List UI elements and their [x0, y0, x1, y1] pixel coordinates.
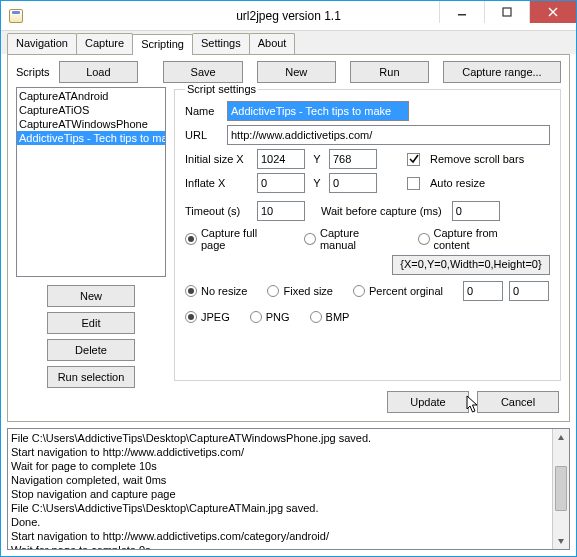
auto-resize-checkbox[interactable] [407, 177, 420, 190]
format-bmp-radio[interactable]: BMP [310, 311, 350, 323]
scroll-up-button[interactable] [553, 429, 569, 446]
percent-original-radio[interactable]: Percent orginal [353, 285, 443, 297]
capture-rect-display: {X=0,Y=0,Width=0,Height=0} [392, 255, 550, 275]
log-textarea[interactable]: File C:\Users\AddictiveTips\Desktop\Capt… [8, 429, 552, 549]
capture-range-button[interactable]: Capture range... [443, 61, 561, 83]
cancel-button[interactable]: Cancel [477, 391, 559, 413]
wait-before-input[interactable] [452, 201, 500, 221]
update-button[interactable]: Update [387, 391, 469, 413]
script-settings-legend: Script settings [185, 83, 258, 95]
log-scrollbar[interactable] [552, 429, 569, 549]
title-bar: url2jpeg version 1.1 [1, 1, 576, 31]
scroll-track[interactable] [553, 446, 569, 532]
remove-scroll-checkbox[interactable] [407, 153, 420, 166]
edit-button[interactable]: Edit [47, 312, 135, 334]
tab-scripting[interactable]: Scripting [132, 34, 193, 55]
close-button[interactable] [529, 1, 576, 23]
auto-resize-label: Auto resize [430, 177, 485, 189]
inflate-y-label: Y [311, 177, 323, 189]
maximize-button[interactable] [484, 1, 529, 23]
svg-rect-0 [458, 14, 466, 16]
svg-rect-1 [503, 8, 511, 16]
wait-before-label: Wait before capture (ms) [321, 205, 442, 217]
inflate-y-input[interactable] [329, 173, 377, 193]
list-item[interactable]: AddictiveTips - Tech tips to make you sm… [17, 131, 165, 145]
minimize-button[interactable] [439, 1, 484, 23]
scroll-thumb[interactable] [555, 466, 567, 511]
scripts-sidebar: CaptureATAndroid CaptureATiOS CaptureATW… [16, 87, 166, 388]
tab-capture[interactable]: Capture [76, 33, 133, 54]
app-icon [9, 9, 23, 23]
resize-a-input[interactable] [463, 281, 503, 301]
list-item[interactable]: CaptureATiOS [17, 103, 165, 117]
load-button[interactable]: Load [59, 61, 138, 83]
no-resize-radio[interactable]: No resize [185, 285, 247, 297]
timeout-label: Timeout (s) [185, 205, 251, 217]
initial-x-input[interactable] [257, 149, 305, 169]
run-selection-button[interactable]: Run selection [47, 366, 135, 388]
url-label: URL [185, 129, 221, 141]
capture-content-radio[interactable]: Capture from content [418, 227, 536, 251]
window-buttons [439, 1, 576, 30]
new-script-button[interactable]: New [257, 61, 336, 83]
toolbar: Scripts Load Save New Run Capture range.… [16, 61, 561, 83]
scroll-down-button[interactable] [553, 532, 569, 549]
remove-scroll-label: Remove scroll bars [430, 153, 524, 165]
scripts-label: Scripts [16, 66, 55, 78]
format-jpeg-radio[interactable]: JPEG [185, 311, 230, 323]
initial-x-label: Initial size X [185, 153, 251, 165]
delete-button[interactable]: Delete [47, 339, 135, 361]
capture-manual-radio[interactable]: Capture manual [304, 227, 398, 251]
list-item[interactable]: CaptureATWindowsPhone [17, 117, 165, 131]
tab-navigation[interactable]: Navigation [7, 33, 77, 54]
scripts-buttons: New Edit Delete Run selection [16, 285, 166, 388]
scripting-panel: Scripts Load Save New Run Capture range.… [7, 54, 570, 422]
url-input[interactable] [227, 125, 550, 145]
timeout-input[interactable] [257, 201, 305, 221]
tab-settings[interactable]: Settings [192, 33, 250, 54]
capture-full-radio[interactable]: Capture full page [185, 227, 284, 251]
resize-b-input[interactable] [509, 281, 549, 301]
fixed-size-radio[interactable]: Fixed size [267, 285, 333, 297]
initial-y-label: Y [311, 153, 323, 165]
scripts-listbox[interactable]: CaptureATAndroid CaptureATiOS CaptureATW… [16, 87, 166, 277]
initial-y-input[interactable] [329, 149, 377, 169]
list-item[interactable]: CaptureATAndroid [17, 89, 165, 103]
tab-about[interactable]: About [249, 33, 296, 54]
name-input[interactable] [227, 101, 409, 121]
log-panel: File C:\Users\AddictiveTips\Desktop\Capt… [7, 428, 570, 550]
tab-bar: Navigation Capture Scripting Settings Ab… [1, 31, 576, 54]
save-button[interactable]: Save [163, 61, 242, 83]
run-button[interactable]: Run [350, 61, 429, 83]
settings-buttons: Update Cancel [387, 391, 559, 413]
format-png-radio[interactable]: PNG [250, 311, 290, 323]
inflate-x-label: Inflate X [185, 177, 251, 189]
script-settings-group: Script settings Name URL Initial size X … [174, 83, 561, 381]
name-label: Name [185, 105, 221, 117]
new-button[interactable]: New [47, 285, 135, 307]
inflate-x-input[interactable] [257, 173, 305, 193]
